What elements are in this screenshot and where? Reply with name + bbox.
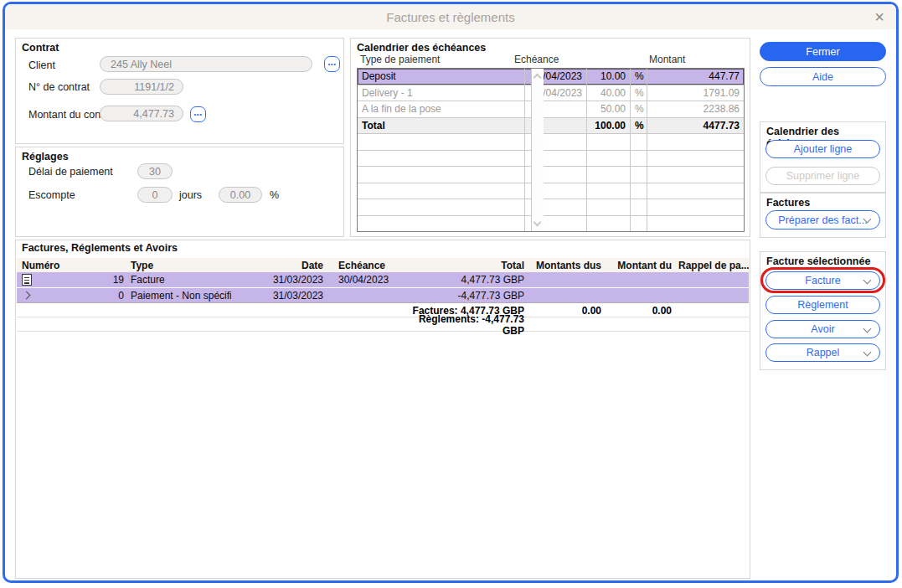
cell-amount[interactable]: 1791.09 <box>647 85 744 101</box>
contract-amount-field[interactable]: 4,477.73 <box>100 106 183 121</box>
amount-lookup-button[interactable]: ••• <box>190 106 206 122</box>
cell-date: 31/03/2023 <box>231 274 323 286</box>
cell-amount: 4477.73 <box>647 118 744 134</box>
reglement-button[interactable]: Règlement <box>765 296 880 314</box>
preparer-factures-button[interactable]: Préparer des fact... <box>765 210 880 230</box>
cell-pct[interactable]: 40.00 <box>587 85 631 101</box>
cell-type: Total <box>358 118 525 134</box>
reglements-summary-row: Règlements: -4,477.73 GBP <box>17 318 749 332</box>
aide-button[interactable]: Aide <box>760 67 886 86</box>
chevron-right-icon <box>23 291 31 300</box>
discount-label: Escompte <box>28 189 75 201</box>
contract-amount-label: Montant du con... <box>28 109 110 121</box>
factures-et-reglements-dialog: Factures et règlements × Contrat Client … <box>3 2 899 583</box>
col-date: Date <box>231 260 323 271</box>
client-lookup-button[interactable]: ••• <box>324 56 340 72</box>
client-label: Client <box>28 59 55 71</box>
payment-delay-label: Délai de paiement <box>28 166 113 178</box>
contract-section-title: Contrat <box>22 42 59 54</box>
days-label: jours <box>179 189 202 201</box>
cell-type[interactable]: Delivery - 1 <box>358 85 525 101</box>
fermer-button[interactable]: Fermer <box>760 42 886 61</box>
supprimer-ligne-button[interactable]: Supprimer ligne <box>765 167 880 185</box>
schedule-table: Deposit 30/04/2023 10.00 % 447.77 Delive… <box>357 68 745 232</box>
schedule-col-amount: Montant <box>649 54 685 65</box>
rappel-button[interactable]: Rappel <box>765 343 880 362</box>
contract-no-field[interactable]: 1191/1/2 <box>100 79 183 95</box>
dialog-title: Factures et règlements <box>386 10 514 24</box>
schedule-row-delivery[interactable]: Delivery - 1 30/04/2023 40.00 % 1791.09 <box>358 85 744 102</box>
schedule-row-deposit[interactable]: Deposit 30/04/2023 10.00 % 447.77 <box>358 69 744 85</box>
invoices-groupbox: Factures, Réglements et Avoirs Numéro Ty… <box>15 240 750 579</box>
schedule-col-due: Echéance <box>514 54 559 65</box>
percent-label: % <box>270 189 279 201</box>
cell-sign: % <box>631 118 647 134</box>
invoice-document-icon <box>22 274 32 286</box>
invoice-row-facture[interactable]: 19 Facture 31/03/2023 30/04/2023 4,477.7… <box>17 272 749 287</box>
factures-summary-du: 0.00 <box>601 305 672 317</box>
cell-pct[interactable]: 50.00 <box>587 101 631 117</box>
ellipsis-icon: ••• <box>194 111 203 118</box>
schedule-row-fin-pose[interactable]: A la fin de la pose 50.00 % 2238.86 <box>358 101 744 118</box>
cell-type: Facture <box>124 274 231 286</box>
cell-total: 4,477.73 GBP <box>407 274 524 286</box>
scroll-up-icon[interactable] <box>533 74 542 82</box>
cell-numero: 19 <box>42 274 124 286</box>
cell-sign: % <box>631 85 647 101</box>
payment-delay-field[interactable]: 30 <box>137 163 173 179</box>
cell-sign: % <box>631 101 647 117</box>
cell-date: 31/03/2023 <box>231 290 323 302</box>
cell-amount[interactable]: 2238.86 <box>647 101 744 117</box>
cell-sign: % <box>631 69 647 85</box>
chevron-down-icon <box>863 325 872 333</box>
reglements-summary-total: Règlements: -4,477.73 GBP <box>407 313 524 337</box>
close-icon[interactable]: × <box>874 6 884 28</box>
contract-no-label: N° de contrat <box>28 81 90 93</box>
cell-echeance: 30/04/2023 <box>323 274 407 286</box>
cell-pct: 100.00 <box>587 118 631 134</box>
selected-invoice-title: Facture sélectionnée <box>766 255 870 267</box>
cell-pct[interactable]: 10.00 <box>587 69 631 85</box>
schedule-scrollbar[interactable] <box>531 69 544 231</box>
cell-type[interactable]: Deposit <box>358 69 525 85</box>
schedule-empty-row[interactable] <box>358 199 744 216</box>
invoices-actions-title: Factures <box>766 197 810 209</box>
schedule-column-headers: Type de paiement Echéance Montant <box>357 54 744 66</box>
schedule-empty-row[interactable] <box>358 216 744 233</box>
col-rappel: Rappel de pa... <box>672 260 749 271</box>
col-numero: Numéro <box>22 260 124 271</box>
ajouter-ligne-button[interactable]: Ajouter ligne <box>765 140 880 158</box>
chevron-down-icon <box>863 276 872 285</box>
col-echeance: Echéance <box>323 260 407 271</box>
discount-pct-field[interactable]: 0.00 <box>219 187 262 203</box>
schedule-empty-row[interactable] <box>358 167 744 183</box>
client-field[interactable]: 245 Ally Neel <box>100 56 312 72</box>
factures-summary-row: Factures: 4,477.73 GBP 0.00 0.00 <box>17 304 749 317</box>
cell-type[interactable]: A la fin de la pose <box>358 101 525 117</box>
schedule-empty-row[interactable] <box>358 183 744 200</box>
chevron-down-icon <box>863 348 872 357</box>
schedule-empty-row[interactable] <box>358 134 744 151</box>
discount-days-field[interactable]: 0 <box>137 187 173 203</box>
titlebar: Factures et règlements × <box>5 4 896 29</box>
invoice-row-paiement[interactable]: 0 Paiement - Non spécifié 31/03/2023 -4,… <box>17 288 749 303</box>
cell-numero: 0 <box>42 290 124 302</box>
col-type: Type <box>124 260 231 271</box>
schedule-section-title: Calendrier des échéances <box>357 42 486 54</box>
avoir-button[interactable]: Avoir <box>765 320 880 338</box>
invoices-header-row: Numéro Type Date Echéance Total Montants… <box>17 258 749 272</box>
col-total: Total <box>407 260 524 271</box>
col-montants-dus: Montants dus <box>524 260 601 271</box>
schedule-row-total: Total 100.00 % 4477.73 <box>358 118 744 135</box>
cell-type: Paiement - Non spécifié <box>124 290 231 302</box>
settings-section-title: Réglages <box>22 151 69 162</box>
invoices-section-title: Factures, Réglements et Avoirs <box>22 242 178 254</box>
scroll-down-icon[interactable] <box>533 219 542 227</box>
cell-total: -4,477.73 GBP <box>407 290 524 302</box>
cell-amount[interactable]: 447.77 <box>647 69 744 85</box>
factures-summary-dus: 0.00 <box>524 305 601 317</box>
schedule-empty-row[interactable] <box>358 151 744 168</box>
schedule-col-type: Type de paiement <box>360 54 440 65</box>
facture-button[interactable]: Facture <box>765 271 880 290</box>
col-montant-du: Montant du <box>601 260 672 271</box>
